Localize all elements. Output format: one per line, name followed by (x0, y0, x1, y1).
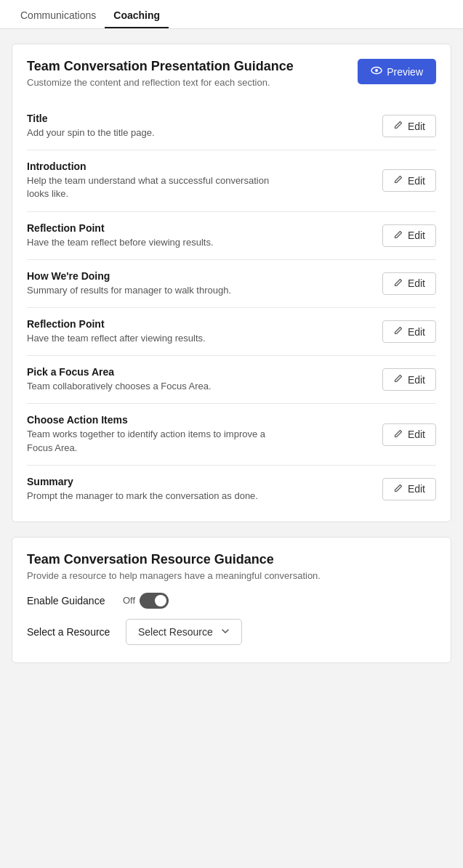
edit-button-label-reflection-point-2: Edit (408, 326, 425, 338)
section-label-choose-action-items: Choose Action Items (27, 414, 274, 426)
section-label-summary: Summary (27, 476, 258, 487)
section-row-summary: SummaryPrompt the manager to mark the co… (27, 465, 436, 513)
section-label-reflection-point-1: Reflection Point (27, 222, 214, 234)
section-desc-summary: Prompt the manager to mark the conversat… (27, 490, 258, 503)
chevron-down-icon (221, 626, 230, 638)
toggle-knob (155, 595, 166, 607)
edit-button-label-pick-a-focus-area: Edit (408, 374, 425, 386)
section-row-reflection-point-2: Reflection PointHave the team reflect af… (27, 307, 436, 355)
presentation-card-title: Team Conversation Presentation Guidance (27, 59, 358, 74)
select-resource-button[interactable]: Select Resource (126, 619, 242, 645)
tab-coaching[interactable]: Coaching (105, 9, 169, 28)
section-text-title: TitleAdd your spin to the title page. (27, 113, 155, 139)
edit-button-pick-a-focus-area[interactable]: Edit (382, 368, 436, 391)
section-text-reflection-point-2: Reflection PointHave the team reflect af… (27, 318, 206, 345)
tab-communications[interactable]: Communications (12, 9, 105, 28)
section-text-pick-a-focus-area: Pick a Focus AreaTeam collaboratively ch… (27, 366, 212, 393)
section-row-introduction: IntroductionHelp the team understand wha… (27, 150, 436, 211)
pencil-icon (393, 120, 403, 132)
main-content: Team Conversation Presentation Guidance … (0, 29, 463, 678)
section-desc-choose-action-items: Team works together to identify action i… (27, 428, 274, 454)
section-label-title: Title (27, 113, 155, 124)
section-desc-pick-a-focus-area: Team collaboratively chooses a Focus Are… (27, 380, 212, 393)
preview-button-label: Preview (387, 66, 423, 78)
select-resource-button-label: Select Resource (138, 626, 213, 638)
edit-button-label-how-were-doing: Edit (408, 277, 425, 289)
edit-button-label-introduction: Edit (408, 175, 425, 187)
edit-button-label-reflection-point-1: Edit (408, 230, 425, 241)
section-desc-title: Add your spin to the title page. (27, 126, 155, 139)
toggle-container[interactable]: Off (123, 593, 169, 609)
svg-point-1 (375, 69, 378, 72)
enable-guidance-toggle[interactable] (140, 593, 169, 609)
section-label-how-were-doing: How We're Doing (27, 270, 231, 282)
section-row-how-were-doing: How We're DoingSummary of results for ma… (27, 259, 436, 307)
section-desc-reflection-point-2: Have the team reflect after viewing resu… (27, 332, 206, 345)
edit-button-label-choose-action-items: Edit (408, 429, 425, 440)
enable-guidance-label: Enable Guidance (27, 595, 114, 607)
section-text-choose-action-items: Choose Action ItemsTeam works together t… (27, 414, 274, 454)
section-row-pick-a-focus-area: Pick a Focus AreaTeam collaboratively ch… (27, 355, 436, 403)
section-text-reflection-point-1: Reflection PointHave the team reflect be… (27, 222, 214, 249)
preview-button[interactable]: Preview (358, 59, 436, 84)
select-resource-row: Select a Resource Select Resource (27, 619, 436, 645)
edit-button-introduction[interactable]: Edit (382, 169, 436, 192)
resource-card-title: Team Conversation Resource Guidance (27, 552, 436, 567)
edit-button-how-were-doing[interactable]: Edit (382, 272, 436, 295)
select-resource-label: Select a Resource (27, 626, 114, 638)
pencil-icon (393, 325, 403, 338)
presentation-card-subtitle: Customize the content and reflection tex… (27, 77, 358, 88)
resource-guidance-card: Team Conversation Resource Guidance Prov… (12, 537, 451, 663)
resource-card-subtitle: Provide a resource to help managers have… (27, 570, 436, 581)
edit-button-reflection-point-1[interactable]: Edit (382, 224, 436, 247)
section-row-choose-action-items: Choose Action ItemsTeam works together t… (27, 403, 436, 464)
section-desc-how-were-doing: Summary of results for manager to walk t… (27, 284, 231, 297)
pencil-icon (393, 230, 403, 242)
pencil-icon (393, 277, 403, 290)
presentation-guidance-card: Team Conversation Presentation Guidance … (12, 44, 451, 522)
section-label-introduction: Introduction (27, 161, 274, 172)
edit-button-choose-action-items[interactable]: Edit (382, 423, 436, 446)
edit-button-summary[interactable]: Edit (382, 478, 436, 500)
top-navigation: Communications Coaching (0, 0, 463, 29)
section-desc-introduction: Help the team understand what a successf… (27, 174, 274, 200)
enable-guidance-row: Enable Guidance Off (27, 593, 436, 609)
section-text-how-were-doing: How We're DoingSummary of results for ma… (27, 270, 231, 297)
eye-icon (371, 65, 382, 78)
section-desc-reflection-point-1: Have the team reflect before viewing res… (27, 236, 214, 249)
edit-button-title[interactable]: Edit (382, 115, 436, 137)
edit-button-label-summary: Edit (408, 483, 425, 495)
pencil-icon (393, 174, 403, 187)
section-label-pick-a-focus-area: Pick a Focus Area (27, 366, 212, 378)
sections-list: TitleAdd your spin to the title page. Ed… (27, 102, 436, 513)
pencil-icon (393, 483, 403, 495)
toggle-state-label: Off (123, 595, 135, 606)
pencil-icon (393, 429, 403, 441)
section-text-introduction: IntroductionHelp the team understand wha… (27, 161, 274, 200)
section-row-reflection-point-1: Reflection PointHave the team reflect be… (27, 211, 436, 259)
pencil-icon (393, 373, 403, 386)
edit-button-label-title: Edit (408, 121, 425, 132)
section-label-reflection-point-2: Reflection Point (27, 318, 206, 330)
section-row-title: TitleAdd your spin to the title page. Ed… (27, 102, 436, 150)
section-text-summary: SummaryPrompt the manager to mark the co… (27, 476, 258, 503)
edit-button-reflection-point-2[interactable]: Edit (382, 320, 436, 343)
